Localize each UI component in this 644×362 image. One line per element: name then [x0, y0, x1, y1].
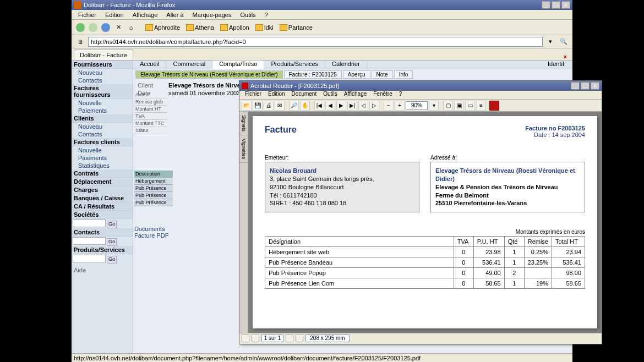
side-group-ffourn[interactable]: Factures fournisseurs [72, 84, 133, 99]
back-icon[interactable]: ◁ [358, 101, 368, 111]
menu-edit[interactable]: Edition [101, 12, 128, 18]
first-page-icon[interactable]: |◀ [314, 101, 324, 111]
search-button[interactable]: 🔍 [558, 36, 569, 47]
side-item[interactable]: Nouvelle [72, 146, 133, 154]
mail-icon[interactable]: ✉ [275, 101, 285, 111]
search-societes-input[interactable] [73, 220, 106, 227]
nav-calendrier[interactable]: Calendrier [325, 61, 367, 69]
menu-go[interactable]: Aller à [162, 12, 188, 18]
menu-view[interactable]: Affichage [128, 12, 162, 18]
nav-identif[interactable]: Identif. [541, 61, 572, 69]
line-tab[interactable]: Description [134, 171, 173, 178]
reflow-icon[interactable]: ≡ [476, 101, 486, 111]
subtab-client[interactable]: Elevage Trésors de Nirveau (Roesti Véron… [135, 70, 283, 79]
stop-button[interactable]: ✕ [113, 22, 124, 33]
search-contacts-go[interactable]: Go [107, 238, 117, 246]
bookmark-idki[interactable]: Idki [253, 24, 276, 31]
side-group-fclients[interactable]: Factures clients [72, 138, 133, 146]
side-item[interactable]: Contacts [72, 76, 133, 84]
continuous-facing-icon[interactable] [296, 334, 303, 342]
actual-size-icon[interactable]: ▢ [443, 101, 453, 111]
next-page-icon[interactable]: ▶ [336, 101, 346, 111]
side-group-deplacement[interactable]: Déplacement [72, 178, 133, 186]
side-item[interactable]: Contacts [72, 130, 133, 138]
side-item[interactable]: Nouveau [72, 69, 133, 76]
pdf-menu-window[interactable]: Fenêtre [370, 91, 395, 99]
pdf-menu-file[interactable]: Fichier [242, 91, 265, 99]
zoom-drop-icon[interactable]: ▾ [429, 101, 439, 111]
last-page-icon[interactable]: ▶| [347, 101, 357, 111]
side-group-clients[interactable]: Clients [72, 114, 133, 123]
continuous-icon[interactable] [252, 334, 259, 342]
facing-icon[interactable] [286, 334, 293, 342]
menu-tools[interactable]: Outils [236, 12, 260, 18]
close-button[interactable]: × [561, 1, 570, 9]
pdf-menu-edit[interactable]: Edition [265, 91, 288, 99]
menu-bookmarks[interactable]: Marque-pages [188, 12, 236, 18]
line-tab[interactable]: Pub Présence [134, 199, 173, 206]
side-item[interactable]: Statistiques [72, 162, 133, 169]
page-indicator[interactable] [261, 334, 283, 342]
pdf-menu-view[interactable]: Affichage [341, 91, 370, 99]
side-bookmarks[interactable]: Signets [239, 112, 248, 135]
go-button[interactable]: ▾ [545, 36, 556, 47]
side-group-ca[interactable]: CA / Résultats [72, 202, 133, 211]
menu-help[interactable]: ? [260, 12, 272, 18]
maximize-button[interactable]: ☐ [552, 1, 560, 9]
pdf-close[interactable]: × [591, 82, 599, 90]
fwd-icon[interactable]: ▷ [369, 101, 379, 111]
line-tab[interactable]: Pub Présence [134, 185, 173, 192]
side-item[interactable]: Nouvelle [72, 99, 133, 107]
side-item[interactable]: Nouveau [72, 123, 133, 130]
nav-accueil[interactable]: Accueil [133, 61, 166, 69]
print-icon[interactable]: 🖨 [264, 101, 274, 111]
subtab-note[interactable]: Note [372, 70, 393, 79]
browser-tab[interactable]: Dolibarr - Facture [74, 50, 133, 60]
fit-width-icon[interactable]: ▭ [465, 101, 475, 111]
nav-produits[interactable]: Produits/Services [264, 61, 325, 69]
side-group-fournisseurs[interactable]: Fournisseurs [72, 61, 133, 69]
line-tab[interactable]: Hébergement [134, 178, 173, 185]
reload-button[interactable] [100, 22, 111, 33]
search-icon[interactable]: 🔎 [289, 101, 299, 111]
search-contacts-input[interactable] [73, 237, 106, 245]
zoom-in-icon[interactable]: + [395, 101, 405, 111]
search-societes-go[interactable]: Go [107, 221, 117, 228]
side-group-charges[interactable]: Charges [72, 186, 133, 194]
pdf-maximize[interactable]: ☐ [581, 82, 590, 90]
pdf-window[interactable]: Acrobat Reader - [F2003125.pdf] _ ☐ × Fi… [239, 80, 602, 344]
subtab-facture[interactable]: Facture : F2003125 [284, 70, 342, 79]
tab-close-icon[interactable]: × [560, 53, 570, 60]
nav-compta[interactable]: Compta/Tréso [212, 61, 264, 69]
side-thumbnails[interactable]: Vignettes [239, 135, 248, 163]
side-item[interactable]: Paiements [72, 154, 133, 162]
forward-button[interactable] [88, 22, 99, 33]
bookmark-apollon[interactable]: Apollon [218, 24, 252, 31]
side-item[interactable]: Paiements [72, 107, 133, 114]
search-products-go[interactable]: Go [107, 256, 117, 264]
zoom-out-icon[interactable]: − [384, 101, 394, 111]
pdf-menu-doc[interactable]: Document [288, 91, 320, 99]
single-page-icon[interactable] [242, 334, 249, 342]
side-group-banques[interactable]: Banques / Caisse [72, 194, 133, 202]
prev-page-icon[interactable]: ◀ [325, 101, 335, 111]
zoom-input[interactable] [406, 101, 428, 110]
save-icon[interactable]: 💾 [253, 101, 263, 111]
url-input[interactable] [88, 37, 543, 47]
bookmark-athena[interactable]: Athena [184, 24, 216, 31]
minimize-button[interactable]: _ [542, 1, 550, 9]
hand-icon[interactable]: ✋ [300, 101, 310, 111]
pdf-minimize[interactable]: _ [571, 82, 580, 90]
side-group-contrats[interactable]: Contrats [72, 169, 133, 178]
pdf-titlebar[interactable]: Acrobat Reader - [F2003125.pdf] _ ☐ × [239, 81, 602, 91]
nav-commercial[interactable]: Commercial [166, 61, 212, 69]
pdf-menu-help[interactable]: ? [396, 91, 406, 99]
aide-link[interactable]: Aide [72, 264, 133, 277]
pdf-viewport[interactable]: Facture Facture no F2003125 Date : 14 se… [248, 112, 602, 333]
pdf-menu-tools[interactable]: Outils [320, 91, 341, 99]
menu-file[interactable]: Fichier [74, 12, 101, 18]
search-products-input[interactable] [73, 255, 106, 262]
home-button[interactable]: ⌂ [125, 22, 137, 33]
line-tab[interactable]: Pub Présence [134, 192, 173, 199]
bookmark-partance[interactable]: Partance [277, 24, 315, 31]
